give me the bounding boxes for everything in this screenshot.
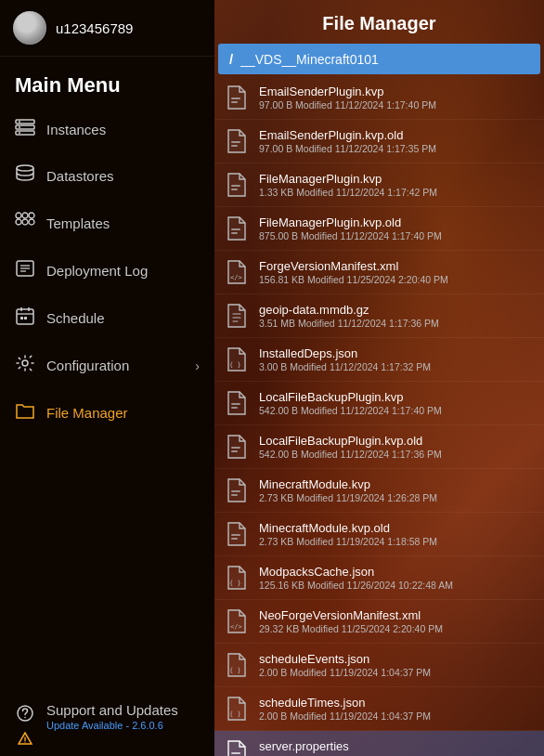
breadcrumb[interactable]: / __VDS__Minecraft0101 [218,44,540,74]
file-type-icon [224,737,250,756]
svg-rect-43 [231,494,238,496]
svg-rect-32 [231,185,240,187]
configuration-label: Configuration [46,358,129,373]
list-item[interactable]: LocalFileBackupPlugin.kvp.old 542.00 B M… [214,425,544,469]
svg-point-10 [16,219,21,225]
svg-rect-39 [231,407,238,409]
list-item[interactable]: EmailSenderPlugin.kvp 97.00 B Modified 1… [214,76,544,120]
list-item[interactable]: MinecraftModule.kvp 2.73 KB Modified 11/… [214,469,544,513]
sidebar-item-schedule[interactable]: Schedule [0,294,214,342]
list-item[interactable]: FileManagerPlugin.kvp 1.33 KB Modified 1… [214,163,544,207]
file-type-icon [224,476,250,505]
instances-label: Instances [46,122,106,137]
deployment-label: Deployment Log [46,263,148,279]
username-label: u123456789 [56,20,133,36]
list-item[interactable]: server.properties 1.57 KB Modified 11/14… [214,731,544,756]
svg-rect-21 [20,317,23,319]
file-meta: 2.73 KB Modified 11/19/2024 1:26:28 PM [259,492,535,503]
file-type-icon: </> [224,606,250,636]
main-menu-title: Main Menu [0,57,214,107]
configuration-icon [15,354,35,377]
warning-icon [18,732,32,745]
file-name: ForgeVersionManifest.xml [259,259,535,273]
list-item[interactable]: FileManagerPlugin.kvp.old 875.00 B Modif… [214,207,544,251]
file-name: server.properties [259,739,535,753]
svg-rect-30 [231,141,240,143]
file-info: scheduleEvents.json 2.00 B Modified 11/1… [259,652,535,678]
svg-rect-42 [231,490,240,492]
sidebar-item-datastores[interactable]: Datastores [0,152,214,200]
file-info: NeoForgeVersionManifest.xml 29.32 KB Mod… [259,608,535,634]
list-item[interactable]: { } scheduleEvents.json 2.00 B Modified … [214,644,544,687]
svg-point-23 [22,360,28,366]
templates-icon [15,212,35,235]
file-name: FileManagerPlugin.kvp [259,172,535,186]
file-meta: 97.00 B Modified 11/12/2024 1:17:40 PM [259,99,535,111]
file-type-icon [224,301,250,331]
svg-text:</>: </> [230,623,242,631]
deployment-icon [15,259,35,282]
svg-point-11 [22,219,28,225]
svg-rect-44 [231,534,240,536]
sidebar-item-configuration[interactable]: Configuration › [0,342,214,389]
svg-text:{  }: { } [229,710,241,718]
file-meta: 542.00 B Modified 11/12/2024 1:17:40 PM [259,405,535,416]
datastores-icon [15,164,35,188]
schedule-label: Schedule [46,310,105,326]
svg-point-7 [16,213,21,218]
svg-point-9 [29,213,34,218]
svg-point-8 [22,213,28,218]
file-type-icon [224,126,250,156]
svg-rect-41 [231,450,238,452]
sidebar-item-support[interactable]: Support and Updates Update Available - 2… [0,693,214,756]
svg-rect-33 [231,189,238,190]
file-type-icon: { } [224,345,250,374]
file-meta: 29.32 KB Modified 11/25/2024 2:20:40 PM [259,623,535,634]
file-manager-icon [15,401,35,424]
breadcrumb-path: __VDS__Minecraft0101 [240,52,379,67]
file-name: scheduleTimes.json [259,696,535,710]
list-item[interactable]: </> ForgeVersionManifest.xml 156.81 KB M… [214,251,544,294]
file-name: LocalFileBackupPlugin.kvp.old [259,434,535,448]
chevron-right-icon: › [195,358,200,373]
svg-rect-40 [231,447,240,449]
list-item[interactable]: EmailSenderPlugin.kvp.old 97.00 B Modifi… [214,120,544,163]
list-item[interactable]: </> NeoForgeVersionManifest.xml 29.32 KB… [214,600,544,644]
file-type-icon [224,388,250,418]
list-item[interactable]: { } ModpacksCache.json 125.16 KB Modifie… [214,556,544,600]
templates-label: Templates [46,215,110,231]
svg-rect-31 [231,145,238,147]
svg-rect-22 [24,317,27,319]
file-info: EmailSenderPlugin.kvp.old 97.00 B Modifi… [259,128,535,154]
svg-rect-28 [231,98,240,99]
sidebar-item-templates[interactable]: Templates [0,200,214,247]
instances-icon [15,119,35,140]
list-item[interactable]: MinecraftModule.kvp.old 2.73 KB Modified… [214,513,544,556]
file-name: LocalFileBackupPlugin.kvp [259,390,535,404]
file-type-icon [224,432,250,462]
file-name: geoip-data.mmdb.gz [259,303,535,317]
file-meta: 2.00 B Modified 11/19/2024 1:04:37 PM [259,667,535,678]
file-info: LocalFileBackupPlugin.kvp.old 542.00 B M… [259,434,535,460]
support-label: Support and Updates [46,702,178,718]
list-item[interactable]: LocalFileBackupPlugin.kvp 542.00 B Modif… [214,382,544,425]
sidebar-item-instances[interactable]: Instances [0,107,214,152]
list-item[interactable]: { } InstalledDeps.json 3.00 B Modified 1… [214,338,544,382]
list-item[interactable]: { } scheduleTimes.json 2.00 B Modified 1… [214,687,544,731]
file-type-icon [224,519,250,549]
list-item[interactable]: geoip-data.mmdb.gz 3.51 MB Modified 11/1… [214,294,544,338]
support-icon [15,704,35,727]
svg-rect-34 [231,228,240,230]
file-type-icon [224,214,250,243]
file-name: scheduleEvents.json [259,652,535,666]
file-meta: 875.00 B Modified 11/12/2024 1:17:40 PM [259,230,535,241]
file-type-icon: { } [224,650,250,680]
file-meta: 3.51 MB Modified 11/12/2024 1:17:36 PM [259,318,535,329]
main-content: File Manager / __VDS__Minecraft0101 Emai… [214,0,544,756]
sidebar-item-deployment-log[interactable]: Deployment Log [0,247,214,294]
file-info: EmailSenderPlugin.kvp 97.00 B Modified 1… [259,85,535,111]
sidebar-item-file-manager[interactable]: File Manager [0,389,214,437]
file-meta: 97.00 B Modified 11/12/2024 1:17:35 PM [259,143,535,154]
file-info: ModpacksCache.json 125.16 KB Modified 11… [259,565,535,591]
file-list: EmailSenderPlugin.kvp 97.00 B Modified 1… [214,74,544,756]
